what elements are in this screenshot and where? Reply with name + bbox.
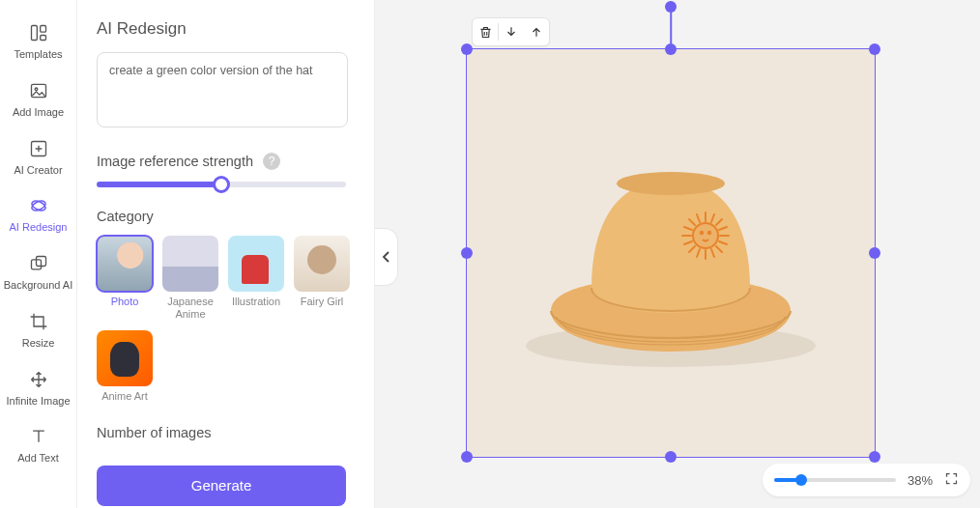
svg-point-11 xyxy=(617,172,725,195)
redesign-icon xyxy=(27,194,50,217)
resize-handle-mb[interactable] xyxy=(665,451,677,463)
resize-handle-mt[interactable] xyxy=(665,43,677,55)
resize-handle-mr[interactable] xyxy=(869,247,880,259)
zoom-thumb[interactable] xyxy=(795,474,807,486)
svg-rect-2 xyxy=(40,36,45,41)
arrow-down-icon xyxy=(504,25,518,39)
panel-title: AI Redesign xyxy=(97,19,360,39)
category-thumb xyxy=(162,236,218,292)
svg-point-4 xyxy=(35,88,38,91)
num-images-label: Number of images xyxy=(97,425,211,440)
category-thumb xyxy=(97,236,153,292)
category-name: Anime Art xyxy=(101,390,148,403)
category-photo[interactable]: Photo xyxy=(97,236,153,321)
sidebar-item-label: Resize xyxy=(18,337,59,351)
sidebar-item-label: Add Text xyxy=(14,452,63,466)
fullscreen-button[interactable] xyxy=(944,471,959,490)
text-icon xyxy=(27,425,50,448)
resize-handle-tl[interactable] xyxy=(461,43,473,55)
sidebar-item-infinite-image[interactable]: Infinite Image xyxy=(0,358,77,416)
collapse-panel-button[interactable] xyxy=(375,228,398,286)
sidebar-item-label: AI Redesign xyxy=(6,221,72,235)
svg-rect-0 xyxy=(31,26,37,41)
canvas[interactable]: 38% xyxy=(375,0,980,508)
category-name: Japanese Anime xyxy=(162,296,218,321)
category-label: Category xyxy=(97,209,154,224)
svg-point-31 xyxy=(708,232,711,235)
category-name: Illustration xyxy=(232,296,280,308)
trash-icon xyxy=(478,25,493,40)
tool-sidebar: Templates Add Image AI Creator AI Redesi… xyxy=(0,0,77,508)
templates-icon xyxy=(27,21,50,44)
category-thumb xyxy=(294,236,350,292)
zoom-control: 38% xyxy=(763,464,970,496)
sidebar-item-ai-redesign[interactable]: AI Redesign xyxy=(0,184,77,242)
resize-handle-br[interactable] xyxy=(869,451,880,463)
layer-down-button[interactable] xyxy=(499,19,524,44)
image-icon xyxy=(27,79,50,102)
hat-image xyxy=(516,127,825,379)
zoom-value: 38% xyxy=(908,473,933,488)
sidebar-item-resize[interactable]: Resize xyxy=(0,300,77,358)
strength-slider[interactable] xyxy=(97,182,346,187)
generate-button[interactable]: Generate xyxy=(97,466,346,506)
category-japanese-anime[interactable]: Japanese Anime xyxy=(162,236,218,321)
plus-square-icon xyxy=(27,137,50,160)
expand-arrows-icon xyxy=(27,368,50,391)
resize-handle-ml[interactable] xyxy=(461,247,473,259)
sidebar-item-templates[interactable]: Templates xyxy=(0,12,77,70)
sidebar-item-label: Background AI xyxy=(0,279,76,293)
settings-panel: AI Redesign Image reference strength ? C… xyxy=(77,0,375,508)
crop-icon xyxy=(27,310,50,333)
sidebar-item-label: Infinite Image xyxy=(2,395,73,409)
resize-handle-tr[interactable] xyxy=(869,43,880,55)
category-thumb xyxy=(228,236,284,292)
zoom-slider[interactable] xyxy=(774,478,896,482)
expand-icon xyxy=(944,471,959,486)
delete-button[interactable] xyxy=(473,19,498,44)
resize-handle-bl[interactable] xyxy=(461,451,473,463)
sidebar-item-background-ai[interactable]: Background AI xyxy=(0,242,77,300)
rotation-handle[interactable] xyxy=(665,1,677,13)
prompt-input[interactable] xyxy=(97,52,348,127)
category-name: Photo xyxy=(111,296,139,308)
sidebar-item-label: Add Image xyxy=(9,106,68,120)
sidebar-item-label: AI Creator xyxy=(10,164,66,178)
svg-point-30 xyxy=(701,232,704,235)
background-icon xyxy=(27,252,50,275)
selection-toolbar xyxy=(472,17,550,46)
category-thumb xyxy=(97,330,153,386)
category-anime-art[interactable]: Anime Art xyxy=(97,330,153,403)
chevron-left-icon xyxy=(382,250,391,264)
sidebar-item-add-image[interactable]: Add Image xyxy=(0,70,77,127)
category-fairy-girl[interactable]: Fairy Girl xyxy=(294,236,350,321)
canvas-image[interactable] xyxy=(466,48,876,458)
category-illustration[interactable]: Illustration xyxy=(228,236,284,321)
arrow-up-icon xyxy=(530,25,543,39)
slider-thumb[interactable] xyxy=(213,176,230,193)
help-icon[interactable]: ? xyxy=(263,153,280,170)
sidebar-item-ai-creator[interactable]: AI Creator xyxy=(0,127,77,185)
sidebar-item-label: Templates xyxy=(10,48,66,62)
layer-up-button[interactable] xyxy=(524,19,549,44)
strength-label: Image reference strength xyxy=(97,154,253,169)
category-name: Fairy Girl xyxy=(301,296,344,308)
svg-rect-1 xyxy=(40,26,45,33)
sidebar-item-add-text[interactable]: Add Text xyxy=(0,415,77,473)
